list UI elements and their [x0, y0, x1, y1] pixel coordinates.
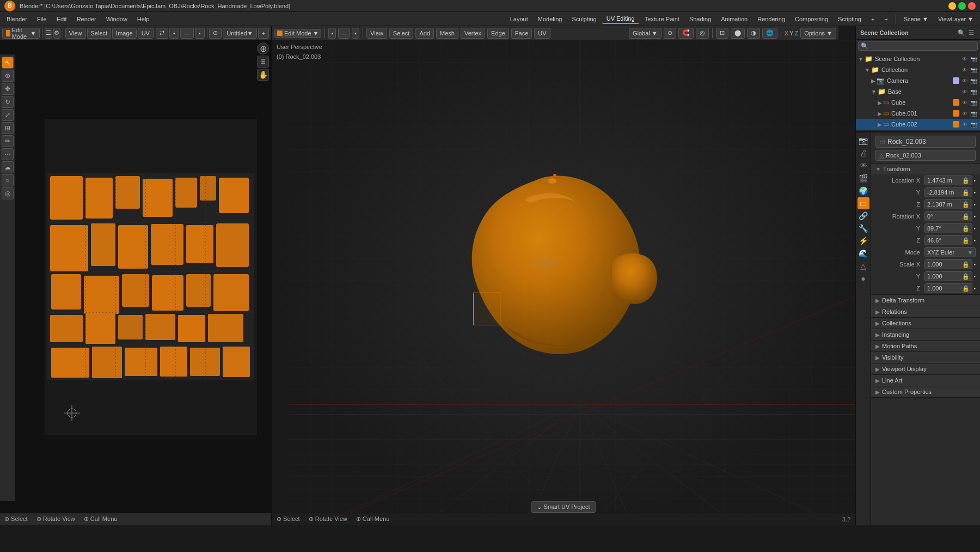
uv-view-btn[interactable]: View [65, 28, 86, 39]
rotation-x-value[interactable]: 0° 🔒 [924, 211, 972, 221]
uv-pinch-tool[interactable]: ◎ [2, 187, 14, 199]
rot-y-dot[interactable]: • [973, 226, 976, 232]
viewport-display-header[interactable]: ▶ Viewport Display [871, 363, 980, 374]
instancing-header[interactable]: ▶ Instancing [871, 329, 980, 340]
uv-rotate-tool[interactable]: ↻ [2, 96, 14, 108]
motion-paths-header[interactable]: ▶ Motion Paths [871, 341, 980, 351]
shading-menu[interactable]: Shading [685, 15, 715, 23]
scene-coll-render[interactable]: 📷 [969, 54, 978, 63]
uv-pivot[interactable]: ⊙ [209, 28, 222, 39]
prop-icon-render[interactable]: 📷 [857, 135, 869, 147]
scale-z-lock[interactable]: 🔒 [962, 285, 970, 292]
uv-select-btn[interactable]: Select [87, 28, 112, 39]
prop-icon-material[interactable]: ● [857, 272, 869, 284]
location-x-value[interactable]: 1.4743 m 🔒 [924, 175, 972, 185]
uv-header-toggle[interactable]: ☰ [45, 28, 52, 39]
vp-face-btn[interactable]: Face [511, 28, 532, 39]
object-name-input[interactable]: ▭ Rock_02.003 [875, 136, 976, 148]
outliner-options-btn[interactable]: ☰ [967, 28, 976, 37]
cube002-render[interactable]: 📷 [969, 120, 978, 129]
menu-render[interactable]: Render [72, 15, 101, 23]
prop-icon-scene[interactable]: 🎬 [857, 172, 869, 184]
uv-rip-tool[interactable]: ⋯ [2, 148, 14, 160]
smart-uv-bar[interactable]: ⌄ Smart UV Project [531, 501, 596, 513]
menu-window[interactable]: Window [102, 15, 132, 23]
maximize-button[interactable] [958, 2, 966, 10]
loc-x-lock[interactable]: 🔒 [962, 177, 970, 184]
uv-zoom-in[interactable]: ⊕ [257, 43, 269, 54]
scene-selector[interactable]: Scene ▼ [899, 15, 933, 23]
uv-plus[interactable]: + [258, 28, 269, 39]
vp-snap[interactable]: 🧲 [678, 28, 694, 39]
uv-view3d-toggle[interactable]: ⊞ [257, 56, 269, 68]
loc-z-lock[interactable]: 🔒 [962, 201, 970, 208]
prop-icon-world[interactable]: 🌍 [857, 185, 869, 197]
geometry-nodes-menu[interactable]: Scripting [834, 15, 866, 23]
location-y-value[interactable]: -2.8194 m 🔒 [924, 187, 972, 197]
modeling-menu[interactable]: Modeling [534, 15, 567, 23]
vp-uv-btn[interactable]: UV [534, 28, 550, 39]
cube001-vis[interactable]: 👁 [960, 109, 969, 118]
prop-icon-modifiers[interactable]: 🔧 [857, 222, 869, 234]
rotation-z-value[interactable]: 46.6° 🔒 [924, 235, 972, 245]
uv-transform-tool[interactable]: ⊞ [2, 122, 14, 134]
visibility-header[interactable]: ▶ Visibility [871, 352, 980, 363]
vp-pivot[interactable]: ⊙ [664, 28, 676, 39]
outliner-item-cube[interactable]: ▶ ▭ Cube 👁 📷 [856, 97, 980, 108]
uv-sync-btn[interactable]: ⇄ [156, 28, 168, 39]
uv-relax-tool[interactable]: ○ [2, 174, 14, 186]
collection-render[interactable]: 📷 [969, 65, 978, 74]
vp-add-btn[interactable]: Add [415, 28, 434, 39]
mesh-name-input[interactable]: △ Rock_02.003 [875, 150, 976, 161]
vp-options[interactable]: Options ▼ [800, 28, 836, 39]
vp-mesh-btn[interactable]: Mesh [436, 28, 458, 39]
prop-icon-view[interactable]: 👁 [857, 160, 869, 172]
loc-x-dot[interactable]: • [973, 178, 976, 184]
vp-vert-mode[interactable]: • [328, 28, 336, 39]
uv-annotate-tool[interactable]: ✏ [2, 135, 14, 147]
menu-help[interactable]: Help [133, 15, 154, 23]
line-art-header[interactable]: ▶ Line Art [871, 375, 980, 386]
outliner-item-cube002[interactable]: ▶ ▭ Cube.002 👁 📷 [856, 119, 980, 130]
vp-proportional[interactable]: ◎ [696, 28, 709, 39]
outliner-item-base[interactable]: ▼ 📁 Base 👁 📷 [856, 86, 980, 97]
outliner-item-cube001[interactable]: ▶ ▭ Cube.001 👁 📷 [856, 108, 980, 119]
viewport-canvas[interactable]: User Perspective (0) Rock_02.003 [272, 26, 855, 525]
scale-y-dot[interactable]: • [973, 274, 976, 280]
camera-render[interactable]: 📷 [969, 76, 978, 85]
vp-vertex-btn[interactable]: Vertex [461, 28, 485, 39]
cube-vis[interactable]: 👁 [960, 98, 969, 107]
scripting-menu[interactable]: + [867, 15, 879, 23]
prop-icon-data[interactable]: △ [857, 260, 869, 272]
location-z-value[interactable]: 2.1307 m 🔒 [924, 199, 972, 209]
scale-x-value[interactable]: 1.000 🔒 [924, 259, 972, 269]
viewport-mode-selector[interactable]: Edit Mode ▼ [274, 29, 321, 38]
layout-menu[interactable]: Layout [506, 15, 532, 23]
sculpting-menu[interactable]: Sculpting [567, 15, 601, 23]
prop-icon-object[interactable]: ▭ [857, 197, 869, 209]
scene-coll-vis[interactable]: 👁 [960, 54, 969, 63]
uv-editing-menu[interactable]: UV Editing [602, 14, 639, 24]
vp-material[interactable]: ◑ [747, 28, 760, 39]
transform-header[interactable]: ▼ Transform [871, 163, 980, 174]
uv-move-tool[interactable]: ✥ [2, 83, 14, 95]
prop-icon-particles[interactable]: ⚡ [857, 235, 869, 247]
uv-mode-selector[interactable]: Edit Mode ▼ [2, 28, 40, 39]
vp-face-mode[interactable]: ▪ [352, 28, 359, 39]
relations-header[interactable]: ▶ Relations [871, 306, 980, 317]
scale-z-dot[interactable]: • [973, 286, 976, 292]
uv-image-btn[interactable]: Image [112, 28, 137, 39]
loc-y-dot[interactable]: • [973, 190, 976, 196]
uv-pan[interactable]: ✋ [257, 69, 269, 81]
custom-properties-header[interactable]: ▶ Custom Properties [871, 386, 980, 397]
uv-select-tool[interactable]: ↖ [2, 57, 14, 69]
prop-icon-constraints[interactable]: 🔗 [857, 210, 869, 222]
vp-select-btn[interactable]: Select [389, 28, 414, 39]
vp-wireframe[interactable]: ⊡ [716, 28, 728, 39]
rot-y-lock[interactable]: 🔒 [962, 225, 970, 232]
texture-paint-menu[interactable]: Texture Paint [640, 15, 684, 23]
delta-transform-header[interactable]: ▶ Delta Transform [871, 295, 980, 306]
uv-tool-header[interactable]: ⚙ [53, 28, 61, 39]
uv-scale-tool[interactable]: ⤢ [2, 109, 14, 121]
rot-x-lock[interactable]: 🔒 [962, 213, 970, 220]
